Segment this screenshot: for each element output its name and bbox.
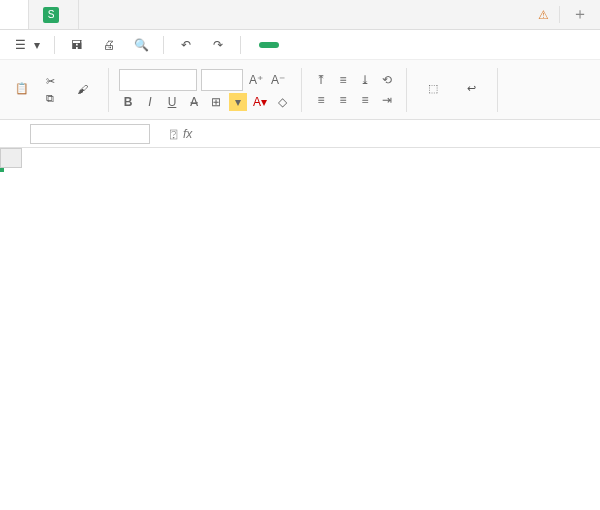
separator — [163, 36, 164, 54]
bold-button[interactable]: B — [119, 93, 137, 111]
spreadsheet-grid — [0, 148, 600, 168]
separator — [406, 68, 407, 112]
font-group: A⁺ A⁻ B I U A̶ ⊞ ▾ A▾ ◇ — [119, 69, 291, 111]
ribbon-tabs — [259, 42, 377, 48]
paste-button[interactable]: 📋 — [6, 75, 38, 105]
column-headers — [0, 148, 600, 168]
warning-icon[interactable]: ⚠ — [528, 0, 559, 29]
home-tab[interactable] — [0, 0, 29, 29]
format-painter-button[interactable]: 🖌 — [66, 75, 98, 105]
fill-color-button[interactable]: ▾ — [229, 93, 247, 111]
align-center-button[interactable]: ≡ — [334, 91, 352, 109]
increase-font-button[interactable]: A⁺ — [247, 71, 265, 89]
name-box[interactable] — [30, 124, 150, 144]
preview-icon: 🔍 — [133, 37, 149, 53]
merge-center-button[interactable]: ⬚ — [417, 75, 449, 105]
align-bottom-button[interactable]: ⤓ — [356, 71, 374, 89]
redo-button[interactable]: ↷ — [206, 34, 230, 56]
menu-bar: ☰ ▾ 🖬 🖨 🔍 ↶ ↷ — [0, 30, 600, 60]
preview-button[interactable]: 🔍 — [129, 34, 153, 56]
clipboard-icon: 📋 — [10, 77, 34, 101]
hamburger-icon: ☰ — [12, 37, 28, 53]
print-button[interactable]: 🖨 — [97, 34, 121, 56]
separator — [240, 36, 241, 54]
app-menu-button[interactable]: ☰ ▾ — [8, 34, 44, 56]
fx-icon[interactable]: fx — [183, 127, 192, 141]
spreadsheet-icon: S — [43, 7, 59, 23]
indent-button[interactable]: ⇥ — [378, 91, 396, 109]
align-top-button[interactable]: ⤒ — [312, 71, 330, 89]
copy-icon: ⧉ — [46, 92, 54, 105]
orientation-button[interactable]: ⟲ — [378, 71, 396, 89]
active-cell-cursor — [0, 168, 4, 172]
scissors-icon: ✂ — [46, 75, 55, 88]
border-button[interactable]: ⊞ — [207, 93, 225, 111]
number-format-button[interactable] — [508, 88, 516, 92]
font-size-combo[interactable] — [201, 69, 243, 91]
workbook-tab[interactable]: S — [29, 0, 79, 29]
copy-button[interactable]: ⧉ — [44, 91, 60, 106]
font-name-combo[interactable] — [119, 69, 197, 91]
save-icon: 🖬 — [69, 37, 85, 53]
separator — [497, 68, 498, 112]
wrap-icon: ↩ — [459, 77, 483, 101]
strike-button[interactable]: A̶ — [185, 93, 203, 111]
separator — [301, 68, 302, 112]
clear-format-button[interactable]: ◇ — [273, 93, 291, 111]
insert-function-icon[interactable]: ⍰ — [170, 127, 177, 141]
undo-button[interactable]: ↶ — [174, 34, 198, 56]
italic-button[interactable]: I — [141, 93, 159, 111]
chevron-down-icon: ▾ — [34, 38, 40, 52]
font-color-button[interactable]: A▾ — [251, 93, 269, 111]
separator — [108, 68, 109, 112]
save-button[interactable]: 🖬 — [65, 34, 89, 56]
formula-bar: ⍰ fx — [0, 120, 600, 148]
ribbon-tab-start[interactable] — [259, 42, 279, 48]
merge-icon: ⬚ — [421, 77, 445, 101]
select-all-corner[interactable] — [0, 148, 22, 168]
wrap-text-button[interactable]: ↩ — [455, 75, 487, 105]
separator — [54, 36, 55, 54]
align-group: ⤒ ≡ ⤓ ⟲ ≡ ≡ ≡ ⇥ — [312, 71, 396, 109]
print-icon: 🖨 — [101, 37, 117, 53]
align-left-button[interactable]: ≡ — [312, 91, 330, 109]
clipboard-group: ✂ ⧉ — [44, 74, 60, 106]
brush-icon: 🖌 — [70, 77, 94, 101]
underline-button[interactable]: U — [163, 93, 181, 111]
redo-icon: ↷ — [210, 37, 226, 53]
document-tabs: S ⚠ ＋ — [0, 0, 600, 30]
align-right-button[interactable]: ≡ — [356, 91, 374, 109]
decrease-font-button[interactable]: A⁻ — [269, 71, 287, 89]
formula-input[interactable] — [198, 124, 600, 144]
new-tab-button[interactable]: ＋ — [560, 0, 600, 29]
align-middle-button[interactable]: ≡ — [334, 71, 352, 89]
undo-icon: ↶ — [178, 37, 194, 53]
ribbon: 📋 ✂ ⧉ 🖌 A⁺ A⁻ B I U A̶ ⊞ ▾ A▾ ◇ ⤒ ≡ — [0, 60, 600, 120]
cut-button[interactable]: ✂ — [44, 74, 60, 89]
